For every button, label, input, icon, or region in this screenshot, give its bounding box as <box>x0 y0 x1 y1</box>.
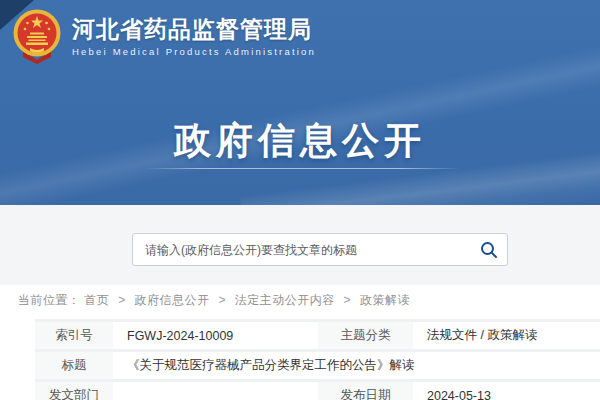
search-section <box>0 205 600 285</box>
org-name-block: 河北省药品监督管理局 Hebei Medical Products Admini… <box>72 15 316 58</box>
banner-wave-decoration <box>0 168 600 205</box>
issuing-department-label: 发文部门 <box>35 382 113 400</box>
index-number-value: FGWJ-2024-10009 <box>113 322 318 349</box>
breadcrumb-item-home[interactable]: 首页 <box>84 293 109 307</box>
breadcrumb: 当前位置： 首页 > 政府信息公开 > 法定主动公开内容 > 政策解读 <box>18 292 410 309</box>
org-name-cn: 河北省药品监督管理局 <box>72 15 316 43</box>
table-row: 索引号 FGWJ-2024-10009 主题分类 法规文件 / 政策解读 <box>35 322 600 349</box>
banner-divider <box>145 168 460 169</box>
document-info-table: 索引号 FGWJ-2024-10009 主题分类 法规文件 / 政策解读 标题 … <box>35 319 600 400</box>
breadcrumb-separator: > <box>218 293 226 307</box>
table-row: 发文部门 发布日期 2024-05-13 <box>35 382 600 400</box>
site-logo-link[interactable]: 河北省药品监督管理局 Hebei Medical Products Admini… <box>12 8 316 64</box>
publish-date-label: 发布日期 <box>318 382 413 400</box>
search-icon <box>479 240 499 260</box>
breadcrumb-label: 当前位置： <box>18 293 81 307</box>
breadcrumb-item-statutory-disclosure[interactable]: 法定主动公开内容 <box>235 293 335 307</box>
banner-title: 政府信息公开 <box>0 116 600 166</box>
index-number-label: 索引号 <box>35 322 113 349</box>
breadcrumb-separator: > <box>344 293 352 307</box>
publish-date-value: 2024-05-13 <box>413 382 600 400</box>
national-emblem-icon <box>12 8 62 64</box>
search-input[interactable] <box>133 243 471 257</box>
page-banner: 河北省药品监督管理局 Hebei Medical Products Admini… <box>0 0 600 205</box>
search-button[interactable] <box>471 234 507 265</box>
table-row: 标题 《关于规范医疗器械产品分类界定工作的公告》解读 <box>35 352 600 379</box>
search-box <box>132 233 508 266</box>
org-name-en: Hebei Medical Products Administration <box>72 46 316 58</box>
title-value: 《关于规范医疗器械产品分类界定工作的公告》解读 <box>113 352 600 379</box>
breadcrumb-separator: > <box>118 293 126 307</box>
issuing-department-value <box>113 382 318 400</box>
breadcrumb-item-policy-interpretation[interactable]: 政策解读 <box>360 293 410 307</box>
title-label: 标题 <box>35 352 113 379</box>
topic-category-label: 主题分类 <box>318 322 413 349</box>
topic-category-value: 法规文件 / 政策解读 <box>413 322 600 349</box>
breadcrumb-item-gov-info[interactable]: 政府信息公开 <box>135 293 210 307</box>
